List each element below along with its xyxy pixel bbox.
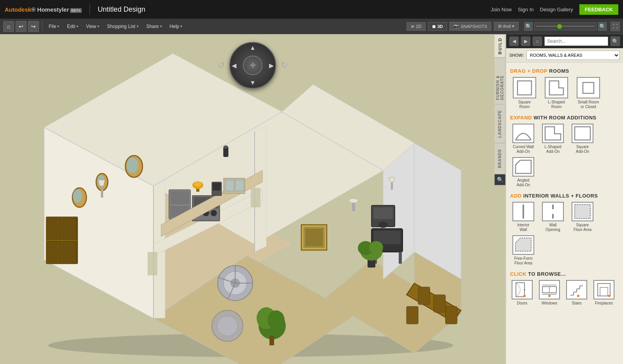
tab-furnish[interactable]: FURNISH & DECORATE: [495, 58, 505, 104]
zoom-track: [536, 26, 595, 27]
fireplaces-shape: [593, 280, 614, 299]
join-now-link[interactable]: Join Now: [491, 7, 512, 12]
tab-landscape[interactable]: LANDSCAPE: [495, 104, 505, 143]
svg-rect-29: [48, 241, 62, 262]
svg-rect-43: [225, 180, 234, 191]
square-addon-item[interactable]: SquareAdd-On: [569, 124, 596, 154]
show-row: SHOW: ROOMS, WALLS & AREAS ALL WALLS ONL…: [506, 48, 623, 63]
rotate-left-button[interactable]: ↺: [218, 60, 225, 70]
feedback-button[interactable]: FEEDBACK: [579, 4, 618, 15]
svg-point-61: [268, 310, 285, 330]
nav-center[interactable]: ✛: [243, 56, 262, 75]
square-floor-item[interactable]: SquareFloor Area: [569, 202, 596, 232]
right-panel: ◀ ▶ ⌂ 🔍 SHOW: ROOMS, WALLS & AREAS ALL W…: [505, 34, 623, 364]
svg-marker-95: [545, 127, 561, 140]
logo-area: Autodesk® HomestylerBETA Untitled Design: [5, 4, 145, 15]
svg-rect-101: [575, 205, 590, 219]
l-shaped-addon-shape: [542, 124, 564, 143]
interior-grid: InteriorWall WallOpening: [510, 202, 619, 266]
l-shaped-room-item[interactable]: L-ShapedRoom: [542, 77, 571, 109]
edit-menu[interactable]: Edit ▾: [64, 22, 81, 31]
panel-home-button[interactable]: ⌂: [533, 37, 542, 46]
tab-build[interactable]: BUILD: [495, 34, 505, 58]
svg-point-105: [523, 295, 526, 297]
redo-button[interactable]: ↪: [28, 21, 39, 32]
undo-button[interactable]: ↩: [16, 21, 26, 32]
freeform-floor-item[interactable]: Free-FormFloor Area: [510, 235, 537, 266]
nav-left-button[interactable]: ◀: [232, 62, 236, 69]
main-area: ▲ ▼ ◀ ▶ ✛ ↺ ↻ BUILD FURNISH & DECORATE L…: [0, 34, 623, 364]
zoom-slider[interactable]: [534, 23, 597, 30]
svg-rect-79: [373, 207, 393, 219]
zoom-in-button[interactable]: 🔍: [598, 22, 607, 31]
share-menu[interactable]: Share ▾: [143, 22, 165, 31]
panel-search-button[interactable]: 🔍: [611, 37, 620, 46]
svg-rect-93: [583, 82, 594, 93]
stairs-label: Stairs: [572, 301, 582, 305]
snapshots-button[interactable]: 📷 SNAPSHOTS: [449, 22, 491, 31]
windows-item[interactable]: Windows: [537, 280, 561, 305]
svg-rect-34: [170, 191, 189, 205]
sign-in-link[interactable]: Sign In: [518, 7, 533, 12]
design-gallery-link[interactable]: Design Gallery: [540, 7, 573, 12]
svg-point-49: [194, 181, 202, 187]
nav-down-button[interactable]: ▼: [250, 79, 256, 86]
top-right-nav: Join Now Sign In Design Gallery FEEDBACK: [491, 4, 618, 15]
svg-rect-70: [418, 287, 430, 304]
panel-search-input[interactable]: [544, 37, 608, 46]
panel-header: ◀ ▶ ⌂ 🔍: [506, 34, 623, 48]
panel-forward-button[interactable]: ▶: [521, 37, 530, 46]
angled-addon-shape: [512, 157, 534, 177]
angled-addon-label: AngledAdd-On: [517, 178, 530, 187]
fireplaces-item[interactable]: Fireplaces: [592, 280, 616, 305]
square-floor-label: SquareFloor Area: [574, 223, 591, 232]
show-select[interactable]: ROOMS, WALLS & AREAS ALL WALLS ONLY: [526, 51, 620, 60]
view-menu[interactable]: View ▾: [83, 22, 102, 31]
home-button[interactable]: ⌂: [3, 21, 14, 32]
interior-wall-item[interactable]: InteriorWall: [510, 202, 537, 232]
toolbar: ⌂ ↩ ↪ File ▾ Edit ▾ View ▾ Shopping List…: [0, 19, 623, 34]
zoom-thumb[interactable]: [557, 24, 562, 29]
square-room-item[interactable]: SquareRoom: [510, 77, 539, 109]
svg-marker-102: [516, 238, 531, 251]
drag-drop-title: DRAG + DROP ROOMS: [510, 68, 619, 74]
square-addon-label: SquareAdd-On: [576, 145, 589, 154]
doors-item[interactable]: Doors: [510, 280, 534, 305]
expand-title: EXPAND WITH ROOM ADDITIONS: [510, 115, 619, 121]
svg-marker-120: [600, 287, 608, 296]
svg-rect-28: [63, 218, 77, 240]
svg-marker-119: [598, 284, 610, 296]
nav-up-button[interactable]: ▲: [250, 44, 256, 51]
small-room-shape: [577, 77, 600, 98]
panel-back-button[interactable]: ◀: [509, 37, 519, 46]
side-search-button[interactable]: 🔍: [495, 174, 505, 185]
room-additions-grid: Curved WallAdd-On L-ShapedAdd-On: [510, 124, 619, 187]
rotate-right-button[interactable]: ↻: [281, 60, 288, 70]
drag-drop-rooms-grid: SquareRoom L-ShapedRoom: [510, 77, 619, 109]
file-menu[interactable]: File ▾: [46, 22, 62, 31]
tab-brands[interactable]: BRANDS: [495, 143, 505, 174]
small-room-item[interactable]: Small Roomor Closet: [574, 77, 603, 109]
doors-label: Doors: [517, 301, 528, 305]
shopping-list-menu[interactable]: Shopping List ▾: [104, 22, 142, 31]
view-3d-button[interactable]: ▦ 3D: [428, 22, 447, 31]
show-label: SHOW:: [509, 53, 524, 58]
svg-point-64: [224, 145, 228, 149]
freeform-floor-label: Free-FormFloor Area: [514, 256, 532, 266]
canvas-area[interactable]: ▲ ▼ ◀ ▶ ✛ ↺ ↻: [0, 34, 505, 364]
panel-content: DRAG + DROP ROOMS SquareRoom: [506, 63, 623, 364]
square-floor-shape: [572, 202, 593, 221]
l-shaped-addon-item[interactable]: L-ShapedAdd-On: [540, 124, 566, 154]
curved-wall-addon-item[interactable]: Curved WallAdd-On: [510, 124, 537, 154]
svg-rect-71: [434, 295, 445, 312]
svg-rect-83: [305, 229, 323, 246]
zoom-out-button[interactable]: 🔍: [524, 22, 533, 31]
angled-addon-item[interactable]: AngledAdd-On: [510, 157, 537, 187]
nav-right-button[interactable]: ▶: [269, 62, 274, 69]
help-menu[interactable]: Help ▾: [167, 22, 186, 31]
wall-opening-item[interactable]: WallOpening: [540, 202, 566, 232]
dual-button[interactable]: ⊞ dual ▾: [494, 22, 519, 31]
view-2d-button[interactable]: 🖳 2D: [407, 22, 426, 31]
expand-button[interactable]: ⛶: [611, 22, 620, 31]
stairs-item[interactable]: Stairs: [565, 280, 589, 305]
